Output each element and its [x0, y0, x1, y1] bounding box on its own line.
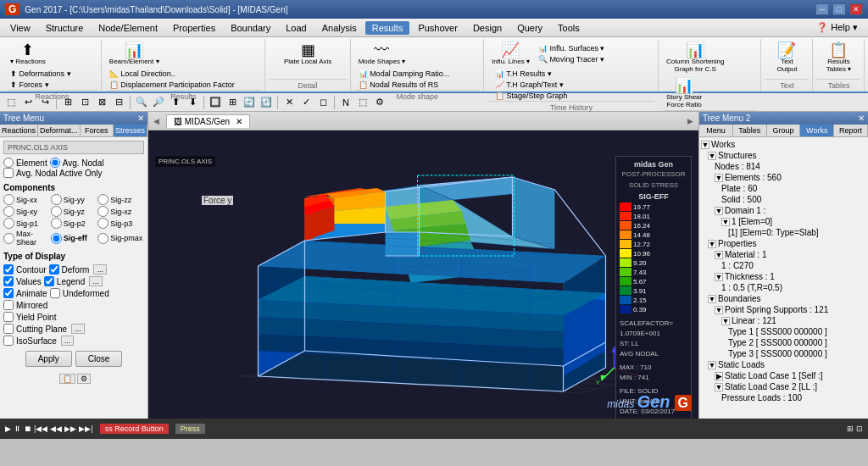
tb-btn-9[interactable]: 🔎	[151, 95, 166, 110]
tb-btn-11[interactable]: ⬇	[185, 95, 200, 110]
static2-expand[interactable]: ▼	[715, 383, 723, 391]
right-tab-menu[interactable]: Menu	[699, 125, 733, 136]
prev-btn[interactable]: |◀◀	[34, 424, 47, 433]
text-output-btn[interactable]: 📝 TextOutput	[773, 41, 800, 75]
tb-btn-4[interactable]: ⊞	[60, 95, 75, 110]
mode-shapes-btn[interactable]: 〰 Mode Shapes ▾	[355, 41, 409, 67]
influ-lines-btn[interactable]: 📈 Influ. Lines ▾	[488, 41, 533, 67]
menu-results[interactable]: Results	[365, 21, 410, 35]
menu-pushover[interactable]: Pushover	[411, 21, 464, 35]
tree-domain[interactable]: ▼ Domain 1 :	[701, 205, 866, 216]
tree-elem0[interactable]: ▼ 1 [Elem=0]	[701, 216, 866, 227]
tree-point-springs[interactable]: ▼ Point Spring Supports : 121	[701, 304, 866, 315]
bottom-btn-1[interactable]: 📋	[59, 374, 75, 384]
properties-expand[interactable]: ▼	[708, 240, 716, 248]
values-options-btn[interactable]: ...	[89, 276, 103, 286]
tree-pressure[interactable]: Pressure Loads : 100	[701, 392, 866, 403]
influ-surfaces-btn[interactable]: 📊 Influ. Surfaces ▾	[535, 43, 609, 53]
tb-btn-16[interactable]: ✕	[281, 95, 297, 110]
bottom-btn-2[interactable]: ⚙	[77, 374, 91, 384]
structures-expand[interactable]: ▼	[708, 152, 716, 160]
tb-btn-2[interactable]: ↩	[20, 95, 36, 110]
tb-btn-14[interactable]: 🔄	[242, 95, 257, 110]
fwd-end-btn[interactable]: ▶▶|	[79, 424, 92, 433]
tab-stresses[interactable]: Stresses	[114, 125, 147, 136]
th-graph-btn[interactable]: 📈 T.H Graph/Text ▾	[492, 80, 571, 90]
legend-check[interactable]	[44, 276, 54, 286]
tree-properties[interactable]: ▼ Properties	[701, 238, 866, 249]
tree-works[interactable]: ▼ Works	[701, 139, 866, 150]
contour-options-btn[interactable]: ...	[93, 264, 107, 275]
mirrored-check[interactable]	[3, 300, 14, 310]
story-shear-btn[interactable]: 📊 Story ShearForce Ratio	[663, 76, 705, 110]
avgnodal-active-check[interactable]	[3, 168, 14, 178]
tree-c270[interactable]: 1 : C270	[701, 260, 866, 271]
local-direction-btn[interactable]: 📐 Local Direction..	[106, 69, 238, 79]
menu-query[interactable]: Query	[510, 21, 549, 35]
tb-btn-12[interactable]: 🔲	[208, 95, 223, 110]
tab-close-icon[interactable]: ✕	[236, 117, 242, 126]
isosurface-check[interactable]	[3, 336, 14, 346]
menu-analysis[interactable]: Analysis	[315, 21, 364, 35]
material-expand[interactable]: ▼	[715, 251, 723, 259]
tree-linear[interactable]: ▼ Linear : 121	[701, 315, 866, 326]
cutting-check[interactable]	[3, 324, 14, 334]
menu-properties[interactable]: Properties	[166, 21, 222, 35]
tree-static2[interactable]: ▼ Static Load Case 2 [LL :]	[701, 381, 866, 392]
tb-btn-3[interactable]: ↪	[37, 95, 53, 110]
results-tables-btn[interactable]: 📋 ResultsTables ▾	[823, 41, 854, 75]
tree-plate[interactable]: Plate : 60	[701, 183, 866, 194]
tb-btn-6[interactable]: ⊠	[94, 95, 109, 110]
yield-check[interactable]	[3, 312, 14, 322]
close-button[interactable]: ✕	[849, 3, 863, 15]
fwd-btn[interactable]: ▶▶	[64, 424, 76, 433]
tree-type-slab[interactable]: [1] [Elem=0: Type=Slab]	[701, 227, 866, 238]
avgnodal-radio[interactable]	[50, 158, 60, 168]
tree-nodes[interactable]: Nodes : 814	[701, 161, 866, 172]
beam-element-btn[interactable]: 📊 Beam/Element ▾	[106, 41, 163, 67]
menu-structure[interactable]: Structure	[39, 21, 91, 35]
menu-boundary[interactable]: Boundary	[224, 21, 277, 35]
view-icon-2[interactable]: ⊡	[856, 424, 863, 433]
tree-t05[interactable]: 1 : 0.5 (T,R=0.5)	[701, 282, 866, 293]
displacement-btn[interactable]: 📋 Displacement Participation Factor	[106, 80, 238, 90]
play-btn[interactable]: ▶	[5, 424, 11, 433]
tb-btn-20[interactable]: ⬚	[355, 95, 370, 110]
right-tab-tables[interactable]: Tables	[733, 125, 767, 136]
tb-btn-21[interactable]: ⚙	[372, 95, 387, 110]
domain-expand[interactable]: ▼	[715, 207, 723, 215]
moving-tracer-btn[interactable]: 🔍 Moving Tracer ▾	[535, 54, 609, 64]
tb-btn-19[interactable]: N	[338, 95, 353, 110]
col-shortening-btn[interactable]: 📊 Column ShorteningGraph for C.S	[663, 41, 727, 75]
tree-material[interactable]: ▼ Material : 1	[701, 249, 866, 260]
tree-elements[interactable]: ▼ Elements : 560	[701, 172, 866, 183]
tree-static-loads[interactable]: ▼ Static Loads	[701, 359, 866, 370]
tree-type3[interactable]: Type 3 [ SSS000 000000 ]	[701, 348, 866, 359]
tb-btn-13[interactable]: ⊞	[225, 95, 240, 110]
tree-type1[interactable]: Type 1 [ SSS000 000000 ]	[701, 326, 866, 337]
forces-btn[interactable]: ⬆ Forces ▾	[7, 80, 75, 90]
record-button[interactable]: ss Record Button	[100, 424, 169, 434]
view-icon-1[interactable]: ⊞	[847, 424, 854, 433]
plate-local-btn[interactable]: ▦ Plate Local Axis	[281, 41, 335, 67]
minimize-button[interactable]: ─	[815, 3, 829, 15]
tab-deformations[interactable]: Deformat...	[38, 125, 81, 136]
static1-expand[interactable]: ▶	[715, 372, 723, 380]
values-check[interactable]	[3, 276, 14, 286]
tree-solid[interactable]: Solid : 500	[701, 194, 866, 205]
deform-check[interactable]	[49, 264, 59, 275]
elem0-expand[interactable]: ▼	[721, 218, 730, 226]
apply-button[interactable]: Apply	[25, 351, 72, 367]
menu-view[interactable]: View	[3, 21, 37, 35]
animate-check[interactable]	[3, 288, 14, 298]
elements-expand[interactable]: ▼	[715, 174, 723, 182]
tb-btn-17[interactable]: ✓	[298, 95, 314, 110]
deformations-btn[interactable]: ⬆ Deformations ▾	[7, 69, 75, 79]
tree-thickness[interactable]: ▼ Thickness : 1	[701, 271, 866, 282]
view-right-icon[interactable]: ▶	[687, 117, 693, 125]
right-tab-works[interactable]: Works	[800, 125, 834, 136]
works-expand[interactable]: ▼	[701, 141, 709, 149]
tree-boundaries[interactable]: ▼ Boundaries	[701, 293, 866, 304]
th-results-btn[interactable]: 📊 T.H Results ▾	[492, 69, 571, 79]
stop-btn[interactable]: ⏹	[24, 424, 31, 433]
